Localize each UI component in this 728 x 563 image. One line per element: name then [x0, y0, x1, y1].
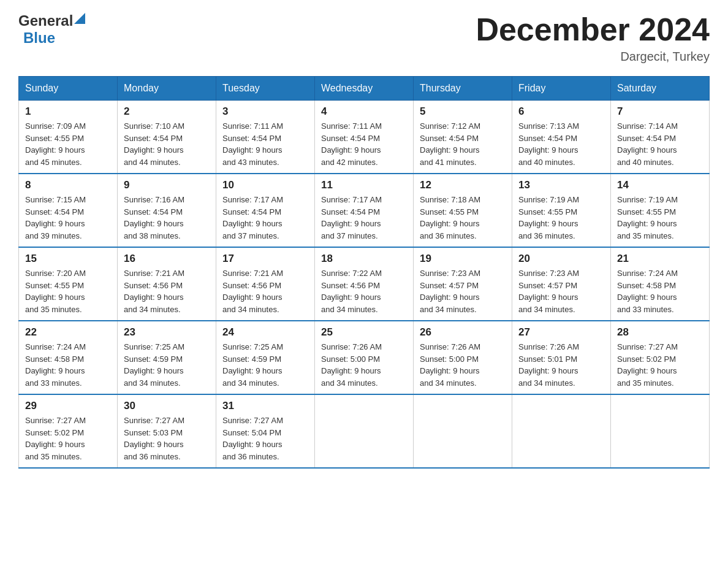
day-cell-22: 22Sunrise: 7:24 AMSunset: 4:58 PMDayligh… — [19, 321, 118, 394]
day-cell-8: 8Sunrise: 7:15 AMSunset: 4:54 PMDaylight… — [19, 174, 118, 247]
calendar-table: SundayMondayTuesdayWednesdayThursdayFrid… — [18, 76, 710, 469]
day-number: 3 — [222, 105, 308, 118]
day-number: 15 — [25, 253, 111, 265]
day-cell-13: 13Sunrise: 7:19 AMSunset: 4:55 PMDayligh… — [512, 174, 611, 247]
day-number: 21 — [617, 253, 703, 265]
page-subtitle: Dargecit, Turkey — [476, 50, 710, 64]
week-row-5: 29Sunrise: 7:27 AMSunset: 5:02 PMDayligh… — [19, 394, 710, 468]
day-number: 29 — [25, 400, 111, 412]
day-cell-17: 17Sunrise: 7:21 AMSunset: 4:56 PMDayligh… — [216, 247, 315, 321]
day-info: Sunrise: 7:17 AMSunset: 4:54 PMDaylight:… — [321, 194, 407, 242]
day-cell-28: 28Sunrise: 7:27 AMSunset: 5:02 PMDayligh… — [611, 321, 710, 394]
day-info: Sunrise: 7:19 AMSunset: 4:55 PMDaylight:… — [617, 194, 703, 242]
day-info: Sunrise: 7:26 AMSunset: 5:00 PMDaylight:… — [420, 341, 506, 389]
day-number: 20 — [518, 253, 604, 265]
day-info: Sunrise: 7:26 AMSunset: 5:01 PMDaylight:… — [518, 341, 604, 389]
day-cell-11: 11Sunrise: 7:17 AMSunset: 4:54 PMDayligh… — [315, 174, 414, 247]
day-number: 28 — [617, 326, 703, 339]
weekday-header-saturday: Saturday — [611, 77, 710, 101]
day-cell-31: 31Sunrise: 7:27 AMSunset: 5:04 PMDayligh… — [216, 394, 315, 468]
day-cell-3: 3Sunrise: 7:11 AMSunset: 4:54 PMDaylight… — [216, 101, 315, 174]
day-cell-20: 20Sunrise: 7:23 AMSunset: 4:57 PMDayligh… — [512, 247, 611, 321]
day-number: 9 — [124, 179, 210, 191]
day-number: 4 — [321, 105, 407, 118]
day-info: Sunrise: 7:24 AMSunset: 4:58 PMDaylight:… — [25, 341, 111, 389]
logo-triangle-icon — [74, 13, 85, 24]
day-info: Sunrise: 7:25 AMSunset: 4:59 PMDaylight:… — [222, 341, 308, 389]
day-cell-19: 19Sunrise: 7:23 AMSunset: 4:57 PMDayligh… — [414, 247, 512, 321]
day-info: Sunrise: 7:27 AMSunset: 5:02 PMDaylight:… — [25, 415, 111, 462]
day-info: Sunrise: 7:19 AMSunset: 4:55 PMDaylight:… — [518, 194, 604, 242]
day-cell-25: 25Sunrise: 7:26 AMSunset: 5:00 PMDayligh… — [315, 321, 414, 394]
day-info: Sunrise: 7:09 AMSunset: 4:55 PMDaylight:… — [25, 120, 111, 168]
day-info: Sunrise: 7:11 AMSunset: 4:54 PMDaylight:… — [321, 120, 407, 168]
day-cell-24: 24Sunrise: 7:25 AMSunset: 4:59 PMDayligh… — [216, 321, 315, 394]
day-info: Sunrise: 7:11 AMSunset: 4:54 PMDaylight:… — [222, 120, 308, 168]
day-number: 26 — [420, 326, 506, 339]
day-cell-16: 16Sunrise: 7:21 AMSunset: 4:56 PMDayligh… — [118, 247, 216, 321]
day-number: 5 — [420, 105, 506, 118]
day-info: Sunrise: 7:16 AMSunset: 4:54 PMDaylight:… — [124, 194, 210, 242]
logo: General Blue — [18, 12, 85, 47]
day-cell-1: 1Sunrise: 7:09 AMSunset: 4:55 PMDaylight… — [19, 101, 118, 174]
day-info: Sunrise: 7:24 AMSunset: 4:58 PMDaylight:… — [617, 267, 703, 315]
day-number: 6 — [518, 105, 604, 118]
day-cell-21: 21Sunrise: 7:24 AMSunset: 4:58 PMDayligh… — [611, 247, 710, 321]
weekday-header-tuesday: Tuesday — [216, 77, 315, 101]
day-info: Sunrise: 7:23 AMSunset: 4:57 PMDaylight:… — [518, 267, 604, 315]
weekday-header-thursday: Thursday — [414, 77, 512, 101]
day-info: Sunrise: 7:27 AMSunset: 5:03 PMDaylight:… — [124, 415, 210, 462]
page-header: General Blue December 2024 Dargecit, Tur… — [18, 12, 710, 64]
day-number: 23 — [124, 326, 210, 339]
title-block: December 2024 Dargecit, Turkey — [476, 12, 710, 64]
day-number: 16 — [124, 253, 210, 265]
day-cell-4: 4Sunrise: 7:11 AMSunset: 4:54 PMDaylight… — [315, 101, 414, 174]
day-info: Sunrise: 7:26 AMSunset: 5:00 PMDaylight:… — [321, 341, 407, 389]
day-info: Sunrise: 7:20 AMSunset: 4:55 PMDaylight:… — [25, 267, 111, 315]
day-number: 8 — [25, 179, 111, 191]
weekday-header-sunday: Sunday — [19, 77, 118, 101]
day-cell-18: 18Sunrise: 7:22 AMSunset: 4:56 PMDayligh… — [315, 247, 414, 321]
day-cell-9: 9Sunrise: 7:16 AMSunset: 4:54 PMDaylight… — [118, 174, 216, 247]
day-info: Sunrise: 7:27 AMSunset: 5:02 PMDaylight:… — [617, 341, 703, 389]
logo-general-text: General — [18, 12, 73, 29]
day-cell-29: 29Sunrise: 7:27 AMSunset: 5:02 PMDayligh… — [19, 394, 118, 468]
day-info: Sunrise: 7:18 AMSunset: 4:55 PMDaylight:… — [420, 194, 506, 242]
day-number: 7 — [617, 105, 703, 118]
day-cell-14: 14Sunrise: 7:19 AMSunset: 4:55 PMDayligh… — [611, 174, 710, 247]
empty-cell — [611, 394, 710, 468]
day-number: 12 — [420, 179, 506, 191]
weekday-header-row: SundayMondayTuesdayWednesdayThursdayFrid… — [19, 77, 710, 101]
page-title: December 2024 — [476, 12, 710, 47]
empty-cell — [414, 394, 512, 468]
day-info: Sunrise: 7:22 AMSunset: 4:56 PMDaylight:… — [321, 267, 407, 315]
day-info: Sunrise: 7:21 AMSunset: 4:56 PMDaylight:… — [222, 267, 308, 315]
week-row-2: 8Sunrise: 7:15 AMSunset: 4:54 PMDaylight… — [19, 174, 710, 247]
day-info: Sunrise: 7:23 AMSunset: 4:57 PMDaylight:… — [420, 267, 506, 315]
day-number: 2 — [124, 105, 210, 118]
weekday-header-friday: Friday — [512, 77, 611, 101]
day-cell-27: 27Sunrise: 7:26 AMSunset: 5:01 PMDayligh… — [512, 321, 611, 394]
day-number: 17 — [222, 253, 308, 265]
day-info: Sunrise: 7:13 AMSunset: 4:54 PMDaylight:… — [518, 120, 604, 168]
day-cell-15: 15Sunrise: 7:20 AMSunset: 4:55 PMDayligh… — [19, 247, 118, 321]
day-number: 22 — [25, 326, 111, 339]
day-cell-7: 7Sunrise: 7:14 AMSunset: 4:54 PMDaylight… — [611, 101, 710, 174]
logo-blue-text: Blue — [23, 29, 55, 46]
day-number: 10 — [222, 179, 308, 191]
day-number: 19 — [420, 253, 506, 265]
day-number: 14 — [617, 179, 703, 191]
day-cell-5: 5Sunrise: 7:12 AMSunset: 4:54 PMDaylight… — [414, 101, 512, 174]
day-number: 13 — [518, 179, 604, 191]
day-number: 24 — [222, 326, 308, 339]
day-number: 25 — [321, 326, 407, 339]
empty-cell — [512, 394, 611, 468]
day-info: Sunrise: 7:12 AMSunset: 4:54 PMDaylight:… — [420, 120, 506, 168]
day-info: Sunrise: 7:17 AMSunset: 4:54 PMDaylight:… — [222, 194, 308, 242]
day-info: Sunrise: 7:21 AMSunset: 4:56 PMDaylight:… — [124, 267, 210, 315]
day-cell-10: 10Sunrise: 7:17 AMSunset: 4:54 PMDayligh… — [216, 174, 315, 247]
day-number: 1 — [25, 105, 111, 118]
day-cell-2: 2Sunrise: 7:10 AMSunset: 4:54 PMDaylight… — [118, 101, 216, 174]
day-cell-30: 30Sunrise: 7:27 AMSunset: 5:03 PMDayligh… — [118, 394, 216, 468]
day-cell-26: 26Sunrise: 7:26 AMSunset: 5:00 PMDayligh… — [414, 321, 512, 394]
